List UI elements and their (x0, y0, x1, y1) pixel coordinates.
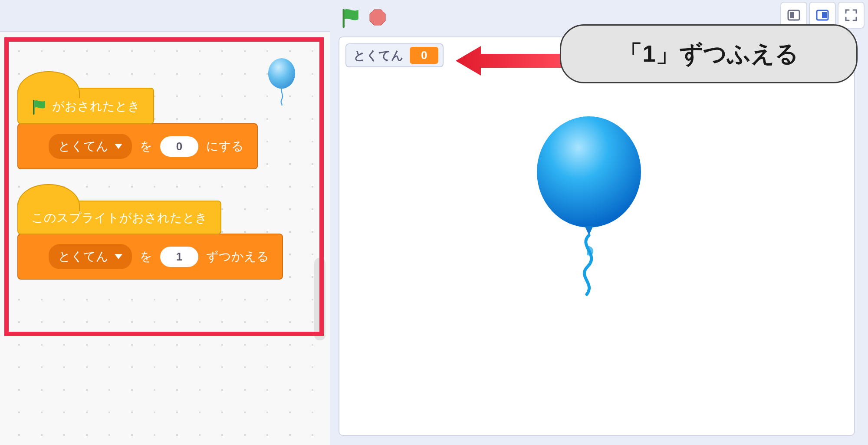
stage: とくてん 0 (339, 36, 855, 436)
block-text: を (140, 138, 152, 155)
hat-block-label: このスプライトがおされたとき (31, 212, 207, 224)
svg-point-8 (537, 116, 641, 227)
script-area[interactable]: がおされたとき とくてん を 0 にする このスプライトがおされたとき とく (0, 31, 330, 445)
variable-name: とくてん (58, 248, 108, 265)
variable-monitor-label: とくてん (353, 47, 404, 64)
annotation-callout: 「1」ずつふえる (560, 24, 858, 83)
svg-point-6 (268, 58, 295, 89)
chevron-down-icon (115, 254, 122, 259)
svg-rect-7 (33, 100, 35, 115)
hat-block-label: がおされたとき (52, 100, 140, 112)
stop-icon[interactable] (369, 9, 386, 26)
chevron-down-icon (115, 144, 122, 149)
variable-monitor[interactable]: とくてん 0 (345, 43, 444, 67)
block-text: を (140, 248, 152, 265)
block-text: ずつかえる (206, 248, 269, 265)
number-input[interactable]: 1 (160, 247, 198, 267)
set-variable-block[interactable]: とくてん を 0 にする (17, 123, 258, 169)
script-stack-1[interactable]: がおされたとき とくてん を 0 にする (17, 88, 258, 169)
svg-rect-0 (342, 9, 344, 28)
variable-dropdown[interactable]: とくてん (49, 134, 132, 159)
change-variable-block[interactable]: とくてん を 1 ずつかえる (17, 234, 283, 280)
stage-sprite-balloon[interactable] (530, 115, 648, 298)
workspace-scrollbar[interactable] (314, 258, 326, 340)
hat-block-when-sprite-clicked[interactable]: このスプライトがおされたとき (17, 201, 221, 234)
svg-rect-3 (790, 12, 794, 18)
app-root: がおされたとき とくてん を 0 にする このスプライトがおされたとき とく (0, 0, 868, 445)
variable-name: とくてん (58, 138, 108, 155)
svg-marker-10 (456, 46, 569, 76)
variable-dropdown[interactable]: とくてん (49, 244, 132, 269)
variable-monitor-value: 0 (410, 47, 438, 64)
sprite-thumbnail-balloon (265, 58, 299, 105)
fullscreen-button[interactable] (838, 2, 865, 29)
green-flag-icon (31, 99, 46, 114)
number-input[interactable]: 0 (160, 136, 198, 157)
hat-block-when-flag-clicked[interactable]: がおされたとき (17, 88, 154, 124)
green-flag-icon[interactable] (340, 8, 359, 27)
script-stack-2[interactable]: このスプライトがおされたとき とくてん を 1 ずつかえる (17, 201, 283, 280)
annotation-arrow (456, 43, 569, 78)
annotation-callout-text: 「1」ずつふえる (619, 38, 798, 70)
block-text: にする (206, 138, 244, 155)
svg-rect-5 (822, 12, 827, 18)
top-right-controls (780, 2, 865, 27)
svg-marker-1 (370, 10, 385, 25)
run-controls (340, 8, 386, 27)
